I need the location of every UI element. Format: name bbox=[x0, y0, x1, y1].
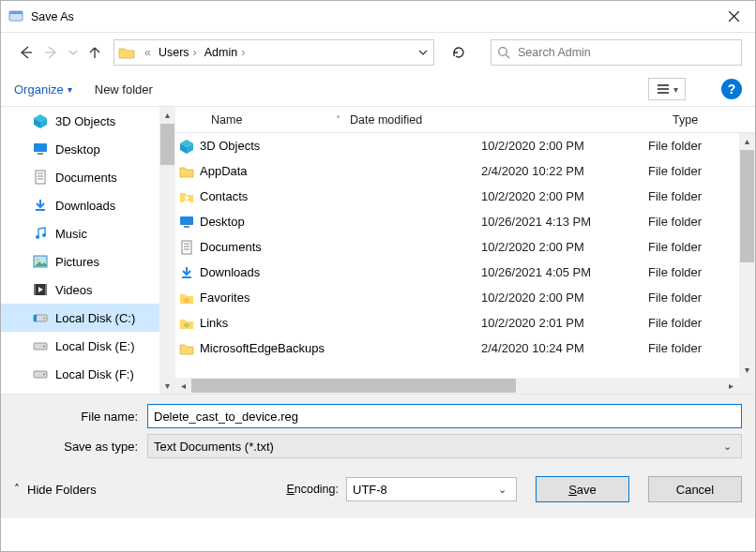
svg-rect-9 bbox=[658, 88, 669, 90]
saveastype-combo[interactable]: Text Documents (*.txt) ⌄ bbox=[147, 434, 742, 458]
search-input[interactable]: Search Admin bbox=[491, 39, 742, 66]
file-row[interactable]: Documents10/2/2020 2:00 PMFile folder bbox=[175, 234, 755, 260]
search-placeholder: Search Admin bbox=[518, 46, 591, 59]
scroll-corner bbox=[739, 378, 755, 394]
svg-point-24 bbox=[37, 259, 39, 261]
sidebar-item-label: Local Disk (C:) bbox=[55, 311, 135, 325]
file-row[interactable]: Desktop10/26/2021 4:13 PMFile folder bbox=[175, 209, 755, 234]
file-date: 2/4/2020 10:24 PM bbox=[481, 341, 648, 355]
column-header: Name ˄ Date modified Type bbox=[175, 107, 755, 133]
cancel-button[interactable]: Cancel bbox=[648, 476, 742, 502]
scroll-right-arrow[interactable]: ▸ bbox=[723, 378, 739, 394]
scroll-up-arrow[interactable]: ▴ bbox=[739, 133, 755, 149]
sidebar-item-pictures[interactable]: Pictures bbox=[1, 247, 175, 276]
sidebar-item-local-disk-e-[interactable]: Local Disk (E:) bbox=[1, 332, 175, 360]
file-name: Documents bbox=[200, 240, 481, 254]
chevron-down-icon: ⌄ bbox=[723, 440, 735, 453]
view-options-button[interactable]: ▾ bbox=[648, 78, 686, 100]
sidebar-item-documents[interactable]: Documents bbox=[1, 163, 175, 191]
svg-point-31 bbox=[43, 318, 45, 320]
forward-button[interactable] bbox=[40, 41, 63, 64]
filename-input[interactable] bbox=[147, 404, 742, 428]
svg-rect-20 bbox=[36, 209, 45, 211]
folder-icon bbox=[175, 164, 200, 179]
crumb-admin[interactable]: Admin› bbox=[203, 40, 251, 65]
scroll-left-arrow[interactable]: ◂ bbox=[175, 378, 191, 394]
refresh-button[interactable] bbox=[446, 39, 472, 66]
document-icon bbox=[33, 170, 48, 185]
sidebar-item-label: Local Disk (E:) bbox=[55, 339, 135, 353]
recent-dropdown[interactable] bbox=[67, 41, 80, 64]
crumb-root[interactable]: « bbox=[139, 40, 157, 65]
crumb-label: Admin bbox=[204, 46, 237, 59]
chevron-down-icon: ⌄ bbox=[498, 484, 510, 496]
up-button[interactable] bbox=[83, 41, 106, 64]
scroll-thumb[interactable] bbox=[740, 150, 754, 262]
sort-indicator: ˄ bbox=[325, 107, 350, 133]
sidebar: 3D ObjectsDesktopDocumentsDownloadsMusic… bbox=[1, 107, 175, 394]
sidebar-item-music[interactable]: Music bbox=[1, 219, 175, 247]
help-button[interactable]: ? bbox=[721, 79, 742, 99]
sidebar-item-local-disk-f-[interactable]: Local Disk (F:) bbox=[1, 360, 175, 388]
file-date: 2/4/2020 10:22 PM bbox=[481, 164, 648, 178]
file-row[interactable]: Links10/2/2020 2:01 PMFile folder bbox=[175, 310, 755, 336]
app-icon bbox=[8, 9, 23, 24]
contacts-icon bbox=[175, 189, 200, 204]
main-vscrollbar[interactable]: ▴ ▾ bbox=[739, 133, 755, 378]
pictures-icon bbox=[33, 254, 48, 269]
organize-menu[interactable]: Organize ▾ bbox=[14, 82, 72, 97]
scroll-down-arrow[interactable]: ▾ bbox=[159, 378, 175, 394]
sidebar-item-3d-objects[interactable]: 3D Objects bbox=[1, 107, 175, 135]
scroll-thumb[interactable] bbox=[160, 124, 174, 165]
new-folder-button[interactable]: New folder bbox=[95, 82, 153, 97]
column-type[interactable]: Type bbox=[661, 107, 698, 132]
svg-rect-30 bbox=[34, 315, 37, 321]
save-button[interactable]: Save bbox=[536, 476, 629, 502]
titlebar: Save As bbox=[1, 1, 755, 33]
svg-point-6 bbox=[499, 48, 507, 56]
crumb-label: Users bbox=[159, 46, 189, 59]
sidebar-item-videos[interactable]: Videos bbox=[1, 276, 175, 304]
scroll-up-arrow[interactable]: ▴ bbox=[159, 107, 175, 123]
file-row[interactable]: Contacts10/2/2020 2:00 PMFile folder bbox=[175, 184, 755, 209]
sidebar-item-local-disk-c-[interactable]: Local Disk (C:) bbox=[1, 304, 175, 332]
encoding-value: UTF-8 bbox=[353, 483, 387, 497]
download-icon bbox=[33, 198, 48, 213]
file-row[interactable]: 3D Objects10/2/2020 2:00 PMFile folder bbox=[175, 133, 755, 158]
back-button[interactable] bbox=[14, 41, 37, 64]
sidebar-item-label: Local Disk (F:) bbox=[55, 367, 134, 381]
file-row[interactable]: MicrosoftEdgeBackups2/4/2020 10:24 PMFil… bbox=[175, 336, 755, 361]
crumb-users[interactable]: Users› bbox=[157, 40, 203, 65]
svg-rect-8 bbox=[658, 84, 669, 86]
hide-folders-button[interactable]: ˄ Hide Folders bbox=[14, 483, 97, 497]
svg-rect-26 bbox=[34, 284, 36, 295]
document-icon bbox=[175, 240, 200, 255]
svg-rect-14 bbox=[34, 143, 47, 152]
svg-rect-41 bbox=[184, 226, 189, 228]
column-name[interactable]: Name bbox=[200, 107, 325, 132]
sidebar-scrollbar[interactable]: ▴ ▾ bbox=[159, 107, 175, 394]
file-row[interactable]: Downloads10/26/2021 4:05 PMFile folder bbox=[175, 260, 755, 285]
main-hscrollbar[interactable]: ◂ ▸ bbox=[175, 378, 739, 394]
address-bar[interactable]: « Users› Admin› bbox=[113, 39, 434, 66]
file-type: File folder bbox=[648, 215, 702, 229]
sidebar-item-desktop[interactable]: Desktop bbox=[1, 135, 175, 163]
file-name: Links bbox=[200, 316, 481, 330]
close-button[interactable] bbox=[712, 1, 755, 32]
folder-icon bbox=[175, 341, 200, 356]
file-type: File folder bbox=[648, 240, 702, 254]
chevron-down-icon: ▾ bbox=[673, 84, 678, 95]
file-type: File folder bbox=[648, 265, 702, 279]
column-date[interactable]: Date modified bbox=[350, 107, 494, 132]
chevron-down-icon: ▾ bbox=[68, 84, 72, 95]
scroll-down-arrow[interactable]: ▾ bbox=[739, 362, 755, 378]
file-row[interactable]: AppData2/4/2020 10:22 PMFile folder bbox=[175, 158, 755, 184]
scroll-thumb[interactable] bbox=[191, 379, 516, 393]
address-dropdown[interactable] bbox=[413, 48, 433, 57]
download-icon bbox=[175, 265, 200, 280]
file-row[interactable]: Favorites10/2/2020 2:00 PMFile folder bbox=[175, 285, 755, 310]
encoding-combo[interactable]: UTF-8 ⌄ bbox=[346, 477, 517, 501]
sidebar-item-downloads[interactable]: Downloads bbox=[1, 191, 175, 219]
hide-folders-label: Hide Folders bbox=[27, 483, 97, 497]
file-name: Downloads bbox=[200, 265, 481, 279]
